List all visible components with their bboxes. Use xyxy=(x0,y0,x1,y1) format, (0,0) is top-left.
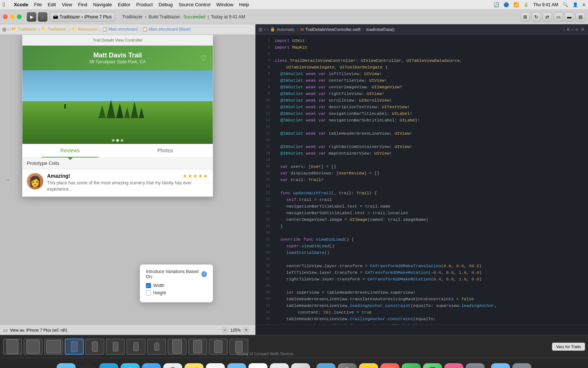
dock-lists[interactable]: ☰ xyxy=(291,363,310,368)
code-line-12: 12 @IBOutlet weak var navigationBarTitle… xyxy=(255,110,588,117)
dock-developer[interactable]: 🔨 xyxy=(338,363,357,368)
right-bc-file[interactable]: TrailDetailsViewController.swift xyxy=(305,27,361,32)
dock-trash[interactable]: 🗑 xyxy=(512,363,531,368)
minimize-button[interactable] xyxy=(10,14,15,19)
scheme-selector[interactable]: 🏔 Trailblazer › iPhone 7 Plus xyxy=(50,12,115,22)
height-checkbox[interactable] xyxy=(146,290,151,296)
bc-resources[interactable]: 📁 Resources xyxy=(72,27,97,32)
menu-window[interactable]: Window xyxy=(216,2,233,7)
code-line-28: 28 centerImageView?.image = UIImage(name… xyxy=(255,216,588,223)
dock-xcode[interactable]: ⚒ xyxy=(316,363,336,368)
maximize-button[interactable] xyxy=(17,14,22,19)
tab-reviews[interactable]: Reviews xyxy=(22,144,118,157)
dock-music[interactable]: 🎵 xyxy=(444,363,463,368)
help-button[interactable]: ? xyxy=(201,271,207,277)
code-line-39: 39 let superview = tableHeaderGreenLineV… xyxy=(255,289,588,296)
code-line-15: 15 @IBOutlet weak var tableHeaderGreenLi… xyxy=(255,130,588,137)
menu-editor[interactable]: Editor xyxy=(118,2,130,7)
scheme-sep: › xyxy=(82,14,83,20)
dock-finder[interactable]: 🗂 xyxy=(57,363,76,368)
dock-system-prefs[interactable]: ⚙ xyxy=(466,363,485,368)
right-bc-forward[interactable]: › xyxy=(571,26,573,32)
dock-textedit[interactable]: ✏ xyxy=(270,363,289,368)
right-bc-nav-prev[interactable]: ‹ xyxy=(264,27,266,32)
close-button[interactable] xyxy=(3,14,8,19)
line-number: 20 xyxy=(260,163,270,170)
height-option[interactable]: Height xyxy=(146,290,207,296)
stop-button[interactable] xyxy=(38,12,47,22)
dock-messages[interactable]: 💬 xyxy=(423,363,442,368)
bc-mainstoryboard-base[interactable]: 📋 Main.storyboard (Base) xyxy=(143,27,191,32)
favorite-button[interactable]: ♡ xyxy=(200,54,207,63)
vary-for-traits-button[interactable]: Vary for Traits xyxy=(552,343,585,351)
code-line-19: 19 xyxy=(255,157,588,163)
menu-view[interactable]: View xyxy=(62,2,72,7)
right-bc-back[interactable]: ‹ xyxy=(563,26,565,32)
line-number: 33 xyxy=(260,250,270,256)
menu-navigate[interactable]: Navigate xyxy=(93,2,112,7)
right-bc-nav-next[interactable]: › xyxy=(267,27,269,32)
grid-view-button[interactable]: ⊞ xyxy=(520,12,530,22)
storyboard-canvas[interactable]: → Trail Details View Controller Matt Dav… xyxy=(0,35,255,325)
version-editor-button[interactable]: ▤ xyxy=(576,12,585,22)
zoom-minus-button[interactable]: − xyxy=(222,327,228,333)
dock-facetime[interactable]: 📹 xyxy=(402,363,421,368)
dock-appstore[interactable]: A xyxy=(99,363,118,368)
search-icon[interactable]: 🔍 xyxy=(563,2,568,7)
line-number: 3 xyxy=(260,51,270,57)
menu-find[interactable]: Find xyxy=(78,2,87,7)
bc-trailblazer1[interactable]: 📂 Trailblazer xyxy=(12,27,37,32)
right-bc-add[interactable]: + xyxy=(576,26,578,32)
right-bc-close[interactable]: ✕ xyxy=(581,26,585,32)
dock-files[interactable]: 📁 xyxy=(227,363,246,368)
menu-debug[interactable]: Debug xyxy=(159,2,173,7)
code-line-8: 8 @IBOutlet weak var centerImageView: UI… xyxy=(255,84,588,91)
right-bc-function[interactable]: loadInitialData() xyxy=(366,27,395,32)
sidebar-toggle-icon[interactable]: ▭ xyxy=(3,327,8,333)
run-button[interactable]: ▶ xyxy=(27,12,36,22)
menu-source-control[interactable]: Source Control xyxy=(179,2,211,7)
dock-finder2[interactable]: 🖥 xyxy=(491,363,510,368)
single-editor-button[interactable]: ▭ xyxy=(553,12,563,22)
phone-mockup: Trail Details View Controller Matt Davis… xyxy=(22,35,213,197)
dock-contacts[interactable]: 👤 xyxy=(163,363,182,368)
code-line-36: 36 leftTileView.layer.transform = CATran… xyxy=(255,269,588,276)
bc-mainstoryboard[interactable]: 📋 Main.storyboard xyxy=(102,27,137,32)
dock-notes2[interactable]: 🗒 xyxy=(359,363,378,368)
zoom-plus-button[interactable]: + xyxy=(243,327,250,333)
right-bc-grid-icon[interactable]: ⊞ xyxy=(258,26,263,32)
dock-mail[interactable]: ✉ xyxy=(142,363,161,368)
left-bc-grid-icon[interactable]: ⊞ xyxy=(2,26,7,32)
height-label: Height xyxy=(153,290,166,296)
code-content[interactable]: 1 import UIKit 2 import MapKit 3 4 class… xyxy=(255,35,588,325)
code-line-35: 35 centerTileView.layer.transform = CATr… xyxy=(255,263,588,269)
width-checkbox[interactable]: ✓ xyxy=(146,283,151,288)
user-icon[interactable]: 👤 xyxy=(573,2,578,7)
swap-button[interactable]: ⇄ xyxy=(542,12,552,22)
menu-product[interactable]: Product xyxy=(136,2,153,7)
bc-nav-next[interactable]: › xyxy=(10,27,11,32)
dock-siri[interactable] xyxy=(78,363,97,368)
right-bc-automatic[interactable]: Automatic xyxy=(277,27,295,32)
dock-calendar[interactable]: OCT 31 xyxy=(248,363,268,368)
width-option[interactable]: ✓ Width xyxy=(146,283,207,288)
wifi-icon: 📶 xyxy=(513,2,519,7)
bc-trailblazer2[interactable]: 📁 Trailblazer xyxy=(42,27,67,32)
prototype-cells-label: Prototype Cells xyxy=(22,158,213,169)
dock-reminders[interactable]: ☑ xyxy=(206,363,225,368)
dock-photos[interactable]: 🌅 xyxy=(380,363,399,368)
line-number: 31 xyxy=(260,236,270,243)
refresh-button[interactable]: ↻ xyxy=(531,12,541,22)
tab-photos[interactable]: Photos xyxy=(118,144,213,157)
assistant-editor-button[interactable]: ▬ xyxy=(564,12,574,22)
bluetooth-icon: 🔵 xyxy=(503,2,509,7)
menu-xcode[interactable]: Xcode xyxy=(14,2,28,7)
bc-nav-prev[interactable]: ‹ xyxy=(7,27,9,32)
apple-menu[interactable]:  xyxy=(3,1,5,8)
menu-file[interactable]: File xyxy=(34,2,42,7)
dock-notes[interactable]: 📝 xyxy=(184,363,204,368)
menu-edit[interactable]: Edit xyxy=(48,2,56,7)
dock-safari[interactable]: 🧭 xyxy=(121,363,140,368)
menu-help[interactable]: Help xyxy=(239,2,249,7)
control-strip-icon[interactable]: ≡ xyxy=(582,2,585,7)
